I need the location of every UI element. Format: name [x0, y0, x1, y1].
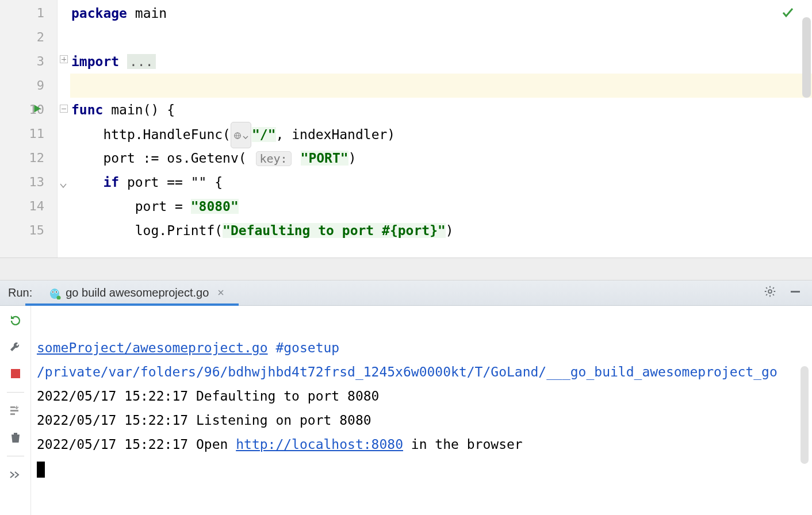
folded-code[interactable]: ... [127, 54, 156, 69]
console-text: in the browser [403, 437, 523, 452]
line-number: 9 [0, 74, 57, 98]
trash-icon[interactable] [7, 429, 24, 445]
line-number: 2 [0, 25, 57, 49]
close-icon[interactable] [217, 286, 225, 299]
fold-column [58, 0, 70, 258]
string-literal: "Defaulting to port #{port}" [223, 223, 446, 238]
run-tab-title: go build awesomeproject.go [66, 286, 209, 299]
run-panel-header: Run: go build awesomeproject.go [0, 280, 812, 306]
separator [7, 456, 24, 456]
gear-icon[interactable] [764, 285, 776, 301]
fold-collapse-icon[interactable] [59, 178, 67, 193]
line-number: 3 [0, 49, 57, 74]
svg-rect-9 [11, 369, 20, 378]
fold-collapse-icon[interactable] [60, 105, 68, 113]
line-number: 14 [0, 194, 57, 218]
svg-point-7 [768, 290, 772, 293]
console-text: 2022/05/17 15:22:17 Open [37, 437, 236, 452]
separator [7, 392, 24, 393]
code-text: log.Printf( [71, 223, 223, 238]
code-text: http.HandleFunc( [71, 127, 231, 142]
globe-icon[interactable] [231, 122, 251, 148]
highlighted-line [70, 74, 812, 98]
keyword: package [71, 6, 127, 21]
layout-icon[interactable] [7, 403, 24, 419]
rerun-icon[interactable] [7, 313, 24, 329]
identifier: main [127, 6, 167, 21]
run-panel: someProject/awesomeproject.go #gosetup /… [0, 306, 812, 515]
console-text: 2022/05/17 15:22:17 Defaulting to port 8… [37, 389, 379, 403]
panel-splitter[interactable] [0, 258, 812, 280]
line-number: 1 [0, 1, 57, 25]
line-number: 12 [0, 146, 57, 170]
code-text: , indexHandler) [276, 127, 396, 142]
line-number: 11 [0, 122, 57, 146]
code-text: ) [446, 223, 454, 238]
fold-expand-icon[interactable] [60, 55, 68, 63]
svg-rect-10 [10, 406, 15, 408]
identifier: main() { [103, 102, 175, 117]
console-text: 2022/05/17 15:22:17 Listening on port 80… [37, 413, 371, 428]
line-number: 13 [0, 170, 57, 194]
string-literal: "PORT" [301, 151, 348, 166]
line-number: 10 [0, 98, 57, 122]
console-output[interactable]: someProject/awesomeproject.go #gosetup /… [31, 306, 812, 515]
url-link[interactable]: http://localhost:8080 [236, 437, 403, 452]
param-hint: key: [256, 151, 292, 166]
svg-rect-12 [10, 413, 15, 415]
code-text: port := os.Getenv( [71, 151, 247, 166]
console-scrollbar[interactable] [800, 366, 809, 464]
code-text: ) [348, 151, 357, 166]
minimize-icon[interactable] [789, 285, 802, 301]
code-body[interactable]: package main import ... func main() { ht… [70, 0, 812, 258]
file-link[interactable]: someProject/awesomeproject.go [37, 340, 268, 355]
code-text: port == "" { [119, 175, 223, 190]
keyword: if [103, 175, 119, 190]
console-text: #gosetup [268, 340, 340, 355]
more-icon[interactable] [7, 467, 24, 483]
string-literal: "/" [252, 127, 276, 142]
gopher-icon [48, 287, 61, 299]
stop-icon[interactable] [7, 366, 24, 382]
svg-point-5 [56, 291, 57, 293]
code-editor[interactable]: 1 2 3 9 10 11 12 13 14 15 package main i… [0, 0, 812, 258]
keyword: func [71, 102, 103, 117]
line-number: 15 [0, 218, 57, 243]
code-text: port = [71, 199, 191, 214]
cursor [37, 462, 45, 478]
editor-scrollbar[interactable] [802, 17, 811, 98]
run-tab[interactable]: go build awesomeproject.go [40, 280, 233, 305]
svg-point-4 [52, 291, 53, 293]
gutter: 1 2 3 9 10 11 12 13 14 15 [0, 0, 58, 258]
run-gutter-icon[interactable] [32, 98, 43, 122]
keyword: import [71, 54, 119, 69]
svg-rect-8 [791, 291, 800, 293]
run-label: Run: [0, 286, 40, 299]
string-literal: "8080" [191, 199, 239, 214]
console-text: /private/var/folders/96/bdhwjhbd4t72frsd… [37, 364, 777, 379]
svg-rect-11 [10, 410, 18, 412]
checkmark-icon[interactable] [781, 6, 795, 22]
run-toolbar [0, 306, 31, 515]
wrench-icon[interactable] [7, 339, 24, 355]
